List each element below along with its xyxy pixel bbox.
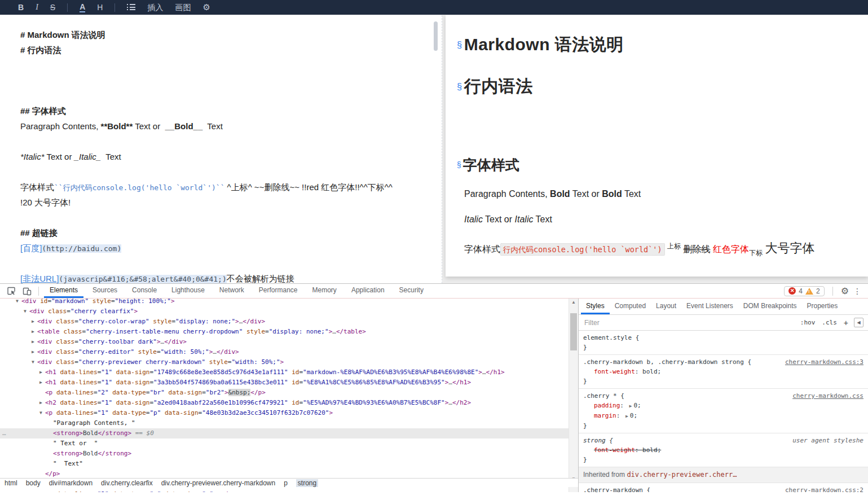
css-property[interactable]: padding: ▶0; [583, 401, 863, 411]
markdown-source-editor[interactable]: # Markdown 语法说明# 行内语法## 字体样式Paragraph Co… [0, 15, 442, 283]
stylesheet-link[interactable]: user agent styleshe [792, 436, 863, 445]
dom-tree-row[interactable]: " Text" [0, 459, 569, 469]
css-property[interactable]: font-weight: bold; [583, 445, 863, 455]
dom-tree-row[interactable]: ▶<h1 data-lines="1" data-sign="17489c668… [0, 367, 569, 378]
dom-tree-row[interactable]: <p data-lines="2" data-type="br" data-si… [0, 388, 569, 398]
expand-arrow-icon[interactable]: ▶ [30, 317, 36, 327]
devtools-tab-lighthouse[interactable]: Lighthouse [166, 284, 210, 298]
css-selector[interactable]: .cherry * { [583, 392, 624, 400]
devtools-tab-network[interactable]: Network [214, 284, 250, 298]
elements-scrollbar[interactable]: ▲ ▼ [569, 299, 578, 492]
color-button[interactable]: A [80, 3, 85, 12]
heading-anchor-icon[interactable]: § [457, 161, 461, 169]
css-property[interactable]: margin: ▶0; [583, 411, 863, 421]
editor-scrollbar-thumb[interactable] [434, 21, 438, 51]
styles-tab-dom-breakpoints[interactable]: DOM Breakpoints [738, 299, 802, 314]
styles-toggle-hov[interactable]: :hov [800, 319, 816, 326]
scrollbar-thumb[interactable] [570, 313, 577, 350]
dom-tree-row[interactable]: "Paragraph Contents, " [0, 418, 569, 428]
dom-tree-row[interactable]: ▶<div class="cherry-color-wrap" style="d… [0, 317, 569, 327]
dom-tree-row[interactable]: ▼<div class="cherry-previewer cherry-mar… [0, 357, 569, 367]
heading-anchor-icon[interactable]: § [457, 81, 462, 91]
breadcrumb-item[interactable]: div.cherry.clearfix [101, 479, 153, 487]
strike-button[interactable]: S [50, 0, 55, 15]
css-property[interactable]: font-weight: bold; [583, 367, 863, 376]
styles-filter-input[interactable] [583, 318, 795, 327]
dom-tree-row[interactable]: ▶<div class="cherry-editor" style="width… [0, 347, 569, 357]
expand-arrow-icon[interactable]: ▶ [30, 347, 36, 357]
breadcrumb-item[interactable]: div#markdown [49, 479, 92, 487]
dom-tree-row[interactable]: ▼<div class="cherry clearfix"> [0, 306, 569, 317]
css-selector[interactable]: .cherry-markdown { [583, 486, 650, 492]
dom-tree-row[interactable]: …<strong>Bold</strong> == $0 [0, 428, 569, 438]
console-status-badge[interactable]: ✕ 4 2 [784, 286, 824, 296]
heading-anchor-icon[interactable]: § [457, 40, 462, 50]
expand-arrow-icon[interactable]: ▶ [30, 337, 36, 347]
bold-button[interactable]: B [18, 0, 24, 15]
expand-arrow-icon[interactable]: ▶ [38, 398, 44, 408]
inherited-node-link[interactable]: div.cherry-previewer.cherr… [627, 471, 737, 479]
styles-sidebar-tabs: StylesComputedLayoutEvent ListenersDOM B… [579, 299, 868, 315]
code-token: </h1> [452, 379, 471, 386]
devtools-tab-security[interactable]: Security [394, 284, 429, 298]
gear-icon[interactable]: ⚙ [202, 0, 210, 15]
styles-toggle-cls[interactable]: .cls [822, 319, 837, 326]
styles-tab-styles[interactable]: Styles [581, 299, 610, 314]
styles-toggle-new-rule[interactable]: + [844, 318, 848, 327]
dom-tree-row[interactable]: ▶<div class="cherry-toolbar dark">…</div… [0, 337, 569, 347]
code-token: data-sign [116, 379, 150, 386]
draw-button[interactable]: 画图 [175, 0, 191, 15]
inspect-element-icon[interactable] [7, 287, 16, 296]
css-selector[interactable]: strong { [583, 437, 613, 444]
code-token: > [171, 299, 175, 305]
devtools-tab-elements[interactable]: Elements [44, 284, 83, 298]
styles-tab-computed[interactable]: Computed [610, 299, 651, 314]
header-button[interactable]: H [97, 0, 103, 15]
styles-tab-event-listeners[interactable]: Event Listeners [681, 299, 738, 314]
device-toolbar-icon[interactable] [23, 287, 32, 296]
list-icon[interactable] [127, 0, 135, 15]
collapse-arrow-icon[interactable]: ▼ [38, 408, 44, 418]
stylesheet-link[interactable]: cherry-markdown.css:2 [785, 485, 863, 492]
devtools-tab-console[interactable]: Console [126, 284, 162, 298]
dom-tree-row[interactable]: ▶<table class="cherry-insert-table-menu … [0, 327, 569, 337]
dom-tree-row[interactable]: ▶<h1 data-lines="1" data-sign="3a3bb504f… [0, 378, 569, 388]
breadcrumb-item[interactable]: p [284, 479, 288, 487]
css-selector[interactable]: .cherry-markdown b, .cherry-markdown str… [583, 358, 751, 366]
css-selector[interactable]: element.style { [583, 334, 639, 341]
collapse-arrow-icon[interactable]: ▼ [30, 357, 36, 367]
expand-arrow-icon[interactable]: ▶ [38, 489, 44, 492]
breadcrumb-item[interactable]: div.cherry-previewer.cherry-markdown [161, 479, 276, 487]
insert-button[interactable]: 插入 [147, 0, 163, 15]
breadcrumb-item[interactable]: strong [296, 479, 318, 487]
collapse-arrow-icon[interactable]: ▼ [22, 306, 28, 317]
dom-tree-row[interactable]: " Text or " [0, 438, 569, 449]
dom-tree-row[interactable]: ▶<h2 data-lines="1" data-sign="a2ed0418a… [0, 398, 569, 408]
expand-arrow-icon[interactable]: ▶ [38, 378, 44, 388]
scroll-up-icon[interactable]: ▲ [569, 299, 578, 306]
breadcrumb-item[interactable]: html [5, 479, 17, 487]
devtools-menu-icon[interactable]: ⋮ [853, 287, 861, 296]
devtools-tab-memory[interactable]: Memory [307, 284, 342, 298]
devtools-tab-application[interactable]: Application [346, 284, 390, 298]
styles-tab-properties[interactable]: Properties [802, 299, 843, 314]
devtools-settings-gear-icon[interactable]: ⚙ [841, 286, 849, 296]
code-token: "p" [149, 409, 161, 416]
styles-tab-layout[interactable]: Layout [651, 299, 681, 314]
breadcrumb-item[interactable]: body [26, 479, 41, 487]
expand-arrow-icon[interactable]: ▶ [30, 327, 36, 337]
dom-tree-row[interactable]: ▼<div id="markdown" style="height: 100%;… [0, 299, 569, 306]
toggle-panel-icon[interactable]: ◀ [854, 318, 863, 327]
dom-tree-row[interactable]: ▶<p data-lines="2" data-type="p" data-si… [0, 489, 569, 492]
dom-tree-row[interactable]: ▼<p data-lines="1" data-type="p" data-si… [0, 408, 569, 418]
stylesheet-link[interactable]: cherry-markdown.css [792, 391, 863, 401]
stylesheet-link[interactable]: cherry-markdown.css:3 [785, 357, 863, 367]
italic-button[interactable]: I [36, 0, 38, 15]
preview-heading: §字体样式 [457, 156, 845, 174]
devtools-tab-sources[interactable]: Sources [87, 284, 123, 298]
dom-tree-row[interactable]: <strong>Bold</strong> [0, 449, 569, 459]
devtools-tab-performance[interactable]: Performance [253, 284, 303, 298]
expand-arrow-icon[interactable]: ▶ [38, 367, 44, 378]
collapse-arrow-icon[interactable]: ▼ [14, 299, 20, 306]
code-token: <h1 [45, 369, 56, 376]
